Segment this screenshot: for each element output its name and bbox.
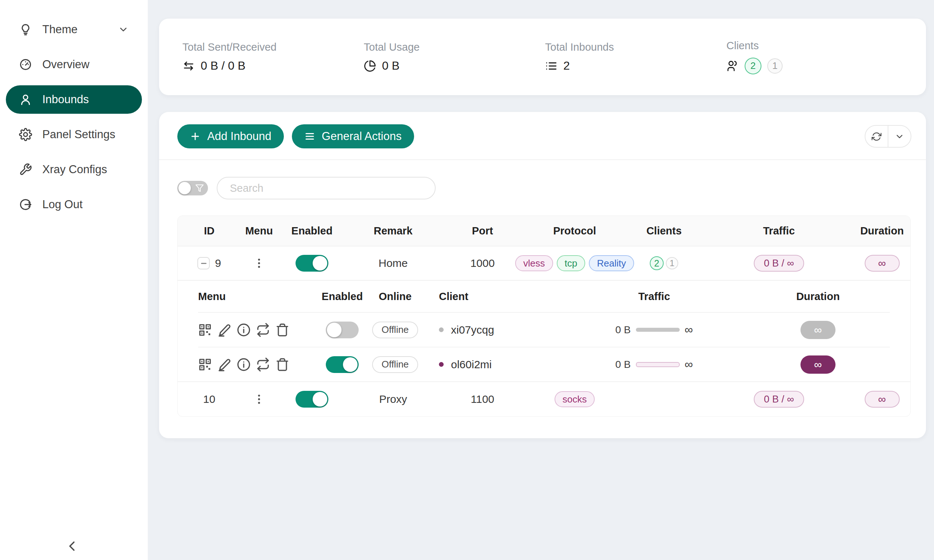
subcol-header-online: Online <box>366 291 424 303</box>
qrcode-button[interactable] <box>198 358 212 372</box>
toggle-knob <box>327 323 342 337</box>
stats-card: Total Sent/Received 0 B / 0 B Total Usag… <box>159 18 926 95</box>
reset-traffic-button[interactable] <box>256 323 270 337</box>
inbound-enabled-toggle[interactable] <box>296 391 328 408</box>
protocol-tag: vless <box>515 255 553 271</box>
delete-button[interactable] <box>276 358 289 372</box>
inbounds-table: ID Menu Enabled Remark Port Protocol Cli… <box>177 215 911 417</box>
toolbar: Add Inbound General Actions <box>159 112 926 160</box>
traffic-progress-bar <box>636 362 680 367</box>
edit-button[interactable] <box>217 358 231 372</box>
client-enabled-toggle[interactable] <box>326 322 359 338</box>
users-icon <box>726 60 739 72</box>
table-row: 10 Proxy 1100 socks <box>178 382 910 416</box>
col-header-menu: Menu <box>241 225 277 237</box>
stat-value: 0 B / 0 B <box>201 59 245 72</box>
refresh-button[interactable] <box>865 126 888 147</box>
general-actions-button[interactable]: General Actions <box>292 124 414 148</box>
stat-total-sent-received: Total Sent/Received 0 B / 0 B <box>182 41 364 72</box>
logout-icon <box>19 198 32 211</box>
lightbulb-icon <box>19 23 32 36</box>
traffic-progress-bar <box>636 328 680 332</box>
user-icon <box>19 93 32 106</box>
sidebar-item-label: Panel Settings <box>42 128 115 141</box>
client-row: Offline ol60i2mi 0 B ∞ ∞ <box>198 347 890 382</box>
inbound-remark: Home <box>347 257 440 269</box>
inbound-enabled-toggle[interactable] <box>296 255 328 272</box>
dashboard-icon <box>19 58 32 71</box>
info-button[interactable] <box>237 323 251 337</box>
table-header-row: ID Menu Enabled Remark Port Protocol Cli… <box>178 216 910 246</box>
chevron-left-icon <box>64 538 80 554</box>
sidebar-item-panel-settings[interactable]: Panel Settings <box>6 120 142 149</box>
sidebar-item-theme[interactable]: Theme <box>6 15 142 44</box>
minus-icon <box>201 263 207 264</box>
sidebar-item-log-out[interactable]: Log Out <box>6 190 142 219</box>
client-duration-pill: ∞ <box>800 355 835 374</box>
inbounds-panel: Add Inbound General Actions <box>159 112 926 438</box>
col-header-duration: Duration <box>854 225 910 237</box>
toggle-knob <box>313 256 327 271</box>
client-status-dot <box>439 328 444 332</box>
sidebar-item-overview[interactable]: Overview <box>6 50 142 79</box>
search-input[interactable] <box>217 177 436 199</box>
row-menu-button[interactable] <box>253 393 265 405</box>
stat-total-usage: Total Usage 0 B <box>364 41 545 72</box>
sidebar-item-label: Theme <box>42 23 77 36</box>
sidebar-item-label: Log Out <box>42 198 82 211</box>
stat-clients: Clients 2 1 <box>726 40 908 74</box>
stat-value: 0 B <box>382 59 399 72</box>
sidebar-collapse-button[interactable] <box>63 537 82 555</box>
search-row <box>159 160 926 199</box>
traffic-limit: ∞ <box>685 358 693 371</box>
stat-total-inbounds: Total Inbounds 2 <box>545 41 726 72</box>
row-menu-button[interactable] <box>253 257 265 269</box>
toggle-knob <box>179 182 191 194</box>
protocol-tag: socks <box>555 391 595 407</box>
client-row: Offline xi07ycqg 0 B ∞ ∞ <box>198 312 890 347</box>
plus-icon <box>190 131 201 142</box>
subcol-header-traffic: Traffic <box>563 291 745 303</box>
traffic-pill: 0 B / ∞ <box>754 391 804 408</box>
subcol-header-duration: Duration <box>745 291 891 303</box>
list-icon <box>545 60 558 72</box>
col-header-protocol: Protocol <box>526 225 624 237</box>
inbound-port: 1000 <box>440 257 526 269</box>
reset-traffic-button[interactable] <box>256 358 270 372</box>
sidebar-item-xray-configs[interactable]: Xray Configs <box>6 155 142 184</box>
sidebar-item-label: Inbounds <box>42 93 89 106</box>
edit-button[interactable] <box>217 323 231 337</box>
refresh-interval-dropdown[interactable] <box>888 126 911 147</box>
clients-subtable: Menu Enabled Online Client Traffic Durat… <box>178 281 910 382</box>
duration-pill: ∞ <box>865 391 900 408</box>
clients-deactivated-badge: 1 <box>767 58 783 74</box>
collapse-row-button[interactable] <box>197 257 210 269</box>
stat-label: Total Usage <box>364 41 545 53</box>
col-header-traffic: Traffic <box>704 225 854 237</box>
client-name: xi07ycqg <box>451 324 494 336</box>
gear-icon <box>19 128 32 141</box>
delete-button[interactable] <box>276 323 289 337</box>
general-actions-label: General Actions <box>322 130 402 143</box>
inbound-id: 9 <box>215 257 221 269</box>
subcol-header-menu: Menu <box>198 291 319 303</box>
search-filter-toggle[interactable] <box>177 181 208 195</box>
clients-active-badge: 2 <box>650 256 664 270</box>
chevron-down-icon <box>895 132 905 142</box>
chevron-down-icon <box>118 24 129 35</box>
add-inbound-button[interactable]: Add Inbound <box>177 124 284 148</box>
stat-label: Total Inbounds <box>545 41 726 53</box>
client-enabled-toggle[interactable] <box>326 356 359 373</box>
traffic-limit: ∞ <box>685 323 693 337</box>
traffic-pill: 0 B / ∞ <box>754 255 804 272</box>
sidebar-item-inbounds[interactable]: Inbounds <box>6 85 142 114</box>
info-button[interactable] <box>237 358 251 372</box>
subcol-header-enabled: Enabled <box>319 291 366 303</box>
toggle-knob <box>313 392 327 406</box>
sidebar-item-label: Overview <box>42 58 89 71</box>
sidebar-menu: Theme Overview Inbounds Panel Settings <box>0 0 148 219</box>
qrcode-button[interactable] <box>198 323 212 337</box>
subcol-header-client: Client <box>424 291 563 303</box>
filter-funnel-icon <box>195 184 204 192</box>
duration-pill: ∞ <box>865 255 900 272</box>
